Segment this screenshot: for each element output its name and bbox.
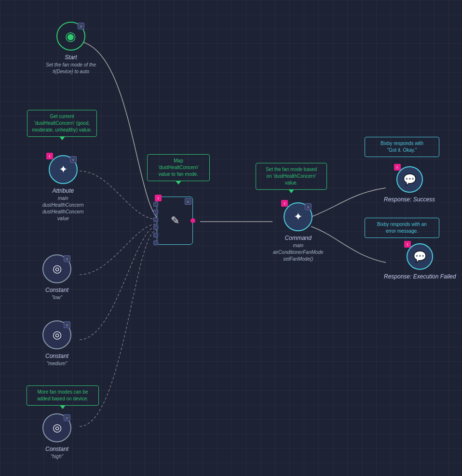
constant-high-icon: ◎ xyxy=(53,422,62,434)
attribute-tooltip: Get current 'dustHealtConcern' (good, mo… xyxy=(27,110,97,137)
constant-high-label: Constant xyxy=(45,445,68,453)
response-success-tooltip: Bixby responds with"Got it. Okay." xyxy=(365,137,439,157)
constant-high-node[interactable]: ◎ v Constant "high" xyxy=(42,413,71,460)
constant-medium-icon: ◎ xyxy=(53,329,62,341)
constant-low-icon: ◎ xyxy=(53,263,62,275)
command-icon: ✦ xyxy=(294,211,302,223)
start-sublabel: Set the fan mode of the#{Device} to auto xyxy=(46,62,96,75)
response-failed-icon: 💬 xyxy=(413,251,426,263)
attribute-label: Attribute xyxy=(52,187,74,195)
constant-high-tooltip: More fan modes can beadded based on devi… xyxy=(27,385,99,406)
start-node[interactable]: ◉ v Start Set the fan mode of the#{Devic… xyxy=(46,22,96,75)
attribute-icon: ✦ xyxy=(59,163,68,176)
select-port xyxy=(153,202,158,207)
t-badge-attr: t xyxy=(46,153,53,159)
select-port xyxy=(153,233,158,238)
v-badge-high: v xyxy=(64,414,70,421)
select-out-port xyxy=(190,218,195,223)
select-port xyxy=(153,210,158,214)
constant-medium-node[interactable]: ◎ v Constant "medium" xyxy=(42,320,71,367)
v-badge-select: v xyxy=(185,198,191,205)
v-badge-start: v xyxy=(78,23,84,29)
t-badge-select: t xyxy=(155,195,162,201)
t-badge-cmd: t xyxy=(281,200,288,207)
response-success-icon: 💬 xyxy=(403,173,416,186)
t-badge-success: t xyxy=(394,164,401,171)
command-tooltip: Set the fan mode basedon 'dustHealthConc… xyxy=(256,163,327,190)
v-badge-low: v xyxy=(64,255,70,262)
constant-medium-sublabel: "medium" xyxy=(47,360,68,367)
response-failed-tooltip: Bixby responds with anerror message. xyxy=(365,218,439,238)
response-failed-node[interactable]: 💬 t Response: Execution Failed xyxy=(384,243,456,281)
response-failed-label: Response: Execution Failed xyxy=(384,273,456,281)
constant-low-label: Constant xyxy=(45,286,68,294)
select-tooltip: Map'dustHealtConcern'value to fan mode. xyxy=(147,154,210,181)
v-badge-cmd: v xyxy=(305,203,312,210)
constant-high-sublabel: "high" xyxy=(51,453,63,460)
select-port xyxy=(153,225,158,230)
select-icon: ✎ xyxy=(171,214,179,227)
command-node[interactable]: ✦ v t Command mainairConditionerFanModes… xyxy=(273,202,324,263)
v-badge-medium: v xyxy=(64,321,70,328)
command-sublabel: mainairConditionerFanModesetFanMode() xyxy=(273,242,324,263)
start-label: Start xyxy=(65,53,77,62)
start-icon: ◉ xyxy=(65,29,76,44)
constant-low-node[interactable]: ◎ v Constant "low" xyxy=(42,254,71,301)
response-success-label: Response: Success xyxy=(384,196,435,204)
constant-low-sublabel: "low" xyxy=(52,294,62,301)
select-node[interactable]: t v ✎ Select xyxy=(157,197,173,208)
response-success-node[interactable]: 💬 t Response: Success xyxy=(384,166,435,204)
v-badge-attr: v xyxy=(70,156,77,163)
attribute-node[interactable]: ✦ v t Attribute maindustHealthConcerndus… xyxy=(42,155,84,222)
attribute-sublabel: maindustHealthConcerndustHealthConcernva… xyxy=(42,195,84,222)
select-port xyxy=(153,217,158,222)
command-label: Command xyxy=(285,234,312,242)
t-badge-failed: t xyxy=(404,241,411,248)
select-port xyxy=(153,240,158,245)
constant-medium-label: Constant xyxy=(45,352,68,360)
